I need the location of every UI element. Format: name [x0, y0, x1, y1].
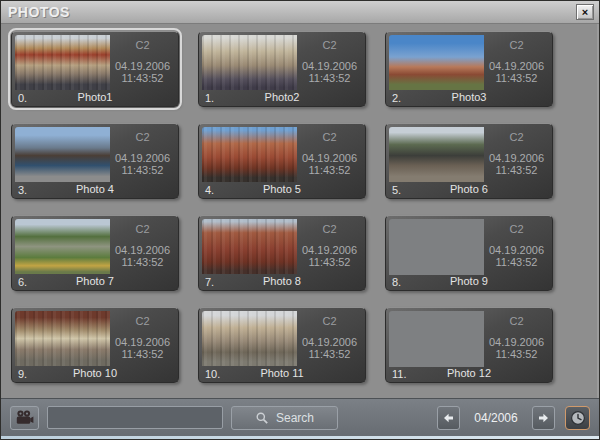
photo-time: 11:43:52 [112, 348, 173, 360]
photo-meta: C2 04.19.2006 11:43:52 [299, 32, 360, 92]
photo-thumbnail[interactable] [202, 127, 297, 182]
photo-cell[interactable]: C2 04.19.2006 11:43:52 1. Photo2 [198, 31, 366, 107]
photo-meta: C2 04.19.2006 11:43:52 [299, 124, 360, 184]
photo-thumbnail[interactable] [389, 127, 484, 182]
photo-caption-row: 4. Photo 5 [199, 183, 365, 197]
camera-button[interactable] [10, 406, 39, 430]
photo-meta: C2 04.19.2006 11:43:52 [486, 216, 547, 276]
photo-thumbnail[interactable] [389, 219, 484, 275]
photo-label: Photo 8 [199, 275, 365, 287]
photo-datetime: 04.19.2006 11:43:52 [486, 244, 547, 268]
title-bar: PHOTOS × [1, 1, 599, 24]
photo-cell[interactable]: C2 04.19.2006 11:43:52 7. Photo 8 [198, 215, 366, 291]
photo-datetime: 04.19.2006 11:43:52 [112, 152, 173, 176]
photo-caption-row: 5. Photo 6 [386, 183, 552, 197]
photo-label: Photo 6 [386, 183, 552, 195]
photo-time: 11:43:52 [299, 164, 360, 176]
photo-thumbnail[interactable] [15, 311, 110, 366]
photo-thumbnail[interactable] [389, 311, 484, 367]
clock-filter-button[interactable] [565, 406, 590, 430]
search-button[interactable]: Search [231, 406, 338, 430]
photo-time: 11:43:52 [486, 164, 547, 176]
magnifier-icon [255, 411, 269, 425]
photo-time: 11:43:52 [299, 72, 360, 84]
photo-meta: C2 04.19.2006 11:43:52 [299, 216, 360, 276]
photo-date: 04.19.2006 [112, 152, 173, 164]
photo-time: 11:43:52 [486, 348, 547, 360]
camera-id: C2 [486, 131, 547, 143]
photo-caption-row: 6. Photo 7 [12, 275, 178, 289]
photo-index: 5. [392, 184, 401, 196]
photo-time: 11:43:52 [112, 72, 173, 84]
photo-date: 04.19.2006 [486, 152, 547, 164]
photo-meta: C2 04.19.2006 11:43:52 [486, 124, 547, 184]
arrow-left-icon [443, 413, 454, 423]
previous-month-button[interactable] [437, 406, 460, 430]
movie-camera-icon [15, 410, 34, 425]
photo-meta: C2 04.19.2006 11:43:52 [299, 308, 360, 368]
window-title: PHOTOS [8, 4, 576, 20]
photo-meta: C2 04.19.2006 11:43:52 [112, 308, 173, 368]
camera-id: C2 [299, 315, 360, 327]
photo-label: Photo 5 [199, 183, 365, 195]
photo-meta: C2 04.19.2006 11:43:52 [486, 32, 547, 92]
photo-thumbnail[interactable] [389, 35, 484, 90]
photo-datetime: 04.19.2006 11:43:52 [299, 336, 360, 360]
camera-id: C2 [299, 39, 360, 51]
photo-thumbnail[interactable] [15, 35, 110, 90]
photo-date: 04.19.2006 [486, 60, 547, 72]
photo-meta: C2 04.19.2006 11:43:52 [486, 308, 547, 368]
camera-id: C2 [112, 131, 173, 143]
photo-caption-row: 10. Photo 11 [199, 367, 365, 381]
photo-index: 9. [18, 368, 27, 380]
photo-grid: C2 04.19.2006 11:43:52 0. Photo1 C2 04.1… [11, 31, 599, 383]
window-bottom-edge [1, 436, 599, 439]
photo-index: 8. [392, 276, 401, 288]
photo-date: 04.19.2006 [112, 336, 173, 348]
photos-window: PHOTOS × C2 04.19.2006 11:43:52 0. Photo… [0, 0, 600, 440]
next-month-button[interactable] [532, 406, 555, 430]
close-button[interactable]: × [576, 4, 594, 20]
photo-time: 11:43:52 [112, 164, 173, 176]
photo-caption-row: 2. Photo3 [386, 91, 552, 105]
photo-cell[interactable]: C2 04.19.2006 11:43:52 4. Photo 5 [198, 123, 366, 199]
photo-cell[interactable]: C2 04.19.2006 11:43:52 3. Photo 4 [11, 123, 179, 199]
photo-cell[interactable]: C2 04.19.2006 11:43:52 6. Photo 7 [11, 215, 179, 291]
search-input[interactable] [47, 406, 223, 429]
photo-datetime: 04.19.2006 11:43:52 [112, 336, 173, 360]
photo-cell[interactable]: C2 04.19.2006 11:43:52 0. Photo1 [11, 31, 179, 107]
photo-caption-row: 8. Photo 9 [386, 275, 552, 289]
photo-index: 11. [392, 368, 406, 380]
photo-thumbnail[interactable] [15, 219, 110, 274]
close-icon: × [582, 6, 588, 18]
camera-id: C2 [299, 223, 360, 235]
search-button-label: Search [276, 411, 314, 425]
photo-datetime: 04.19.2006 11:43:52 [299, 60, 360, 84]
photo-thumbnail[interactable] [202, 219, 297, 274]
photo-label: Photo1 [12, 91, 178, 103]
camera-id: C2 [112, 39, 173, 51]
photo-datetime: 04.19.2006 11:43:52 [299, 244, 360, 268]
photo-date: 04.19.2006 [299, 244, 360, 256]
camera-id: C2 [299, 131, 360, 143]
photo-cell[interactable]: C2 04.19.2006 11:43:52 9. Photo 10 [11, 307, 179, 383]
photo-cell[interactable]: C2 04.19.2006 11:43:52 8. Photo 9 [385, 215, 553, 291]
photo-meta: C2 04.19.2006 11:43:52 [112, 124, 173, 184]
photo-datetime: 04.19.2006 11:43:52 [486, 152, 547, 176]
photo-datetime: 04.19.2006 11:43:52 [486, 60, 547, 84]
photo-thumbnail[interactable] [15, 127, 110, 182]
photo-thumbnail[interactable] [202, 35, 297, 90]
photo-cell[interactable]: C2 04.19.2006 11:43:52 11. Photo 12 [385, 307, 553, 383]
photo-thumbnail[interactable] [202, 311, 297, 366]
photo-date: 04.19.2006 [486, 244, 547, 256]
photo-index: 10. [205, 368, 220, 380]
camera-id: C2 [486, 39, 547, 51]
photo-cell[interactable]: C2 04.19.2006 11:43:52 5. Photo 6 [385, 123, 553, 199]
photo-index: 6. [18, 276, 27, 288]
photo-cell[interactable]: C2 04.19.2006 11:43:52 2. Photo3 [385, 31, 553, 107]
photo-time: 11:43:52 [486, 256, 547, 268]
photo-label: Photo 9 [386, 275, 552, 287]
photo-cell[interactable]: C2 04.19.2006 11:43:52 10. Photo 11 [198, 307, 366, 383]
photo-meta: C2 04.19.2006 11:43:52 [112, 32, 173, 92]
footer-toolbar: Search 04/2006 [1, 398, 599, 436]
